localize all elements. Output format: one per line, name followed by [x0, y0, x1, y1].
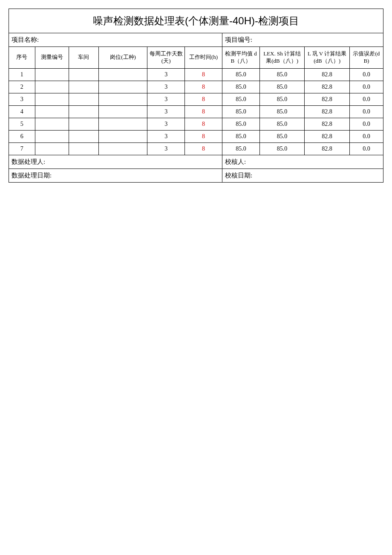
cell-lwv: 82.8: [305, 93, 349, 105]
cell-days: 3: [147, 93, 185, 105]
cell-lex: 85.0: [259, 118, 304, 130]
cell-seq: 6: [9, 130, 35, 142]
cell-seq: 2: [9, 81, 35, 93]
cell-workshop: [69, 105, 98, 118]
cell-lex: 85.0: [259, 68, 304, 81]
header-post: 岗位(工种): [98, 47, 147, 69]
table-row: 43885.085.082.80.0: [9, 105, 383, 118]
date-row: 数据处理日期: 校核日期:: [9, 169, 383, 182]
cell-measure-no: [35, 118, 69, 130]
cell-days: 3: [147, 81, 185, 93]
cell-avg: 85.0: [222, 130, 259, 142]
cell-days: 3: [147, 118, 185, 130]
cell-lex: 85.0: [259, 130, 304, 142]
cell-dev: 0.0: [349, 93, 383, 105]
cell-lwv: 82.8: [305, 68, 349, 81]
header-avg: 检测平均值 dB（八）: [222, 47, 259, 69]
table-row: 73885.085.082.80.0: [9, 142, 383, 155]
header-seq: 序号: [9, 47, 35, 69]
cell-measure-no: [35, 142, 69, 155]
cell-measure-no: [35, 130, 69, 142]
process-date-label: 数据处理日期:: [9, 169, 222, 182]
check-date-label: 校核日期:: [222, 169, 383, 182]
table-title: 噪声检测数据处理表(个体测量-40H)-检测项目: [9, 9, 383, 33]
cell-hours: 8: [185, 130, 222, 142]
cell-hours: 8: [185, 118, 222, 130]
cell-dev: 0.0: [349, 130, 383, 142]
cell-lex: 85.0: [259, 81, 304, 93]
cell-post: [98, 142, 147, 155]
cell-measure-no: [35, 105, 69, 118]
cell-workshop: [69, 68, 98, 81]
cell-days: 3: [147, 105, 185, 118]
cell-lex: 85.0: [259, 93, 304, 105]
column-headers: 序号 测量编号 车间 岗位(工种) 每周工作天数(天) 工作时间(h) 检测平均…: [9, 47, 383, 69]
cell-seq: 3: [9, 93, 35, 105]
cell-avg: 85.0: [222, 142, 259, 155]
cell-seq: 5: [9, 118, 35, 130]
cell-workshop: [69, 130, 98, 142]
cell-measure-no: [35, 93, 69, 105]
cell-post: [98, 105, 147, 118]
cell-lwv: 82.8: [305, 118, 349, 130]
header-hours: 工作时间(h): [185, 47, 222, 69]
cell-post: [98, 93, 147, 105]
cell-workshop: [69, 81, 98, 93]
table-row: 13885.085.082.80.0: [9, 68, 383, 81]
cell-dev: 0.0: [349, 142, 383, 155]
table-row: 63885.085.082.80.0: [9, 130, 383, 142]
cell-workshop: [69, 142, 98, 155]
cell-hours: 8: [185, 81, 222, 93]
cell-lwv: 82.8: [305, 142, 349, 155]
cell-post: [98, 118, 147, 130]
project-number-label: 项目编号:: [222, 33, 383, 47]
cell-seq: 1: [9, 68, 35, 81]
checker-label: 校核人:: [222, 155, 383, 169]
table-row: 53885.085.082.80.0: [9, 118, 383, 130]
cell-workshop: [69, 93, 98, 105]
processor-row: 数据处理人: 校核人:: [9, 155, 383, 169]
table-row: 23885.085.082.80.0: [9, 81, 383, 93]
cell-post: [98, 68, 147, 81]
header-lex: LEX. Sh 计算结果(dB（八）): [259, 47, 304, 69]
cell-hours: 8: [185, 93, 222, 105]
header-dev: 示值误差(dB): [349, 47, 383, 69]
cell-measure-no: [35, 68, 69, 81]
cell-dev: 0.0: [349, 68, 383, 81]
cell-dev: 0.0: [349, 105, 383, 118]
cell-workshop: [69, 118, 98, 130]
cell-days: 3: [147, 142, 185, 155]
cell-days: 3: [147, 130, 185, 142]
cell-lex: 85.0: [259, 142, 304, 155]
project-name-label: 项目名称:: [9, 33, 222, 47]
cell-post: [98, 81, 147, 93]
cell-lex: 85.0: [259, 105, 304, 118]
cell-days: 3: [147, 68, 185, 81]
cell-avg: 85.0: [222, 105, 259, 118]
header-measure-no: 测量编号: [35, 47, 69, 69]
cell-dev: 0.0: [349, 81, 383, 93]
cell-lwv: 82.8: [305, 105, 349, 118]
cell-hours: 8: [185, 68, 222, 81]
cell-avg: 85.0: [222, 118, 259, 130]
cell-dev: 0.0: [349, 118, 383, 130]
cell-seq: 7: [9, 142, 35, 155]
title-row: 噪声检测数据处理表(个体测量-40H)-检测项目: [9, 9, 383, 33]
table-row: 33885.085.082.80.0: [9, 93, 383, 105]
cell-hours: 8: [185, 105, 222, 118]
cell-lwv: 82.8: [305, 130, 349, 142]
header-lwv: L 巩 V 计算结果(dB（八）): [305, 47, 349, 69]
processor-label: 数据处理人:: [9, 155, 222, 169]
cell-hours: 8: [185, 142, 222, 155]
cell-seq: 4: [9, 105, 35, 118]
project-info-row: 项目名称: 项目编号:: [9, 33, 383, 47]
cell-measure-no: [35, 81, 69, 93]
noise-data-table: 噪声检测数据处理表(个体测量-40H)-检测项目 项目名称: 项目编号: 序号 …: [9, 9, 383, 183]
cell-avg: 85.0: [222, 68, 259, 81]
cell-post: [98, 130, 147, 142]
cell-avg: 85.0: [222, 93, 259, 105]
cell-avg: 85.0: [222, 81, 259, 93]
header-workshop: 车间: [69, 47, 98, 69]
header-days: 每周工作天数(天): [147, 47, 185, 69]
cell-lwv: 82.8: [305, 81, 349, 93]
